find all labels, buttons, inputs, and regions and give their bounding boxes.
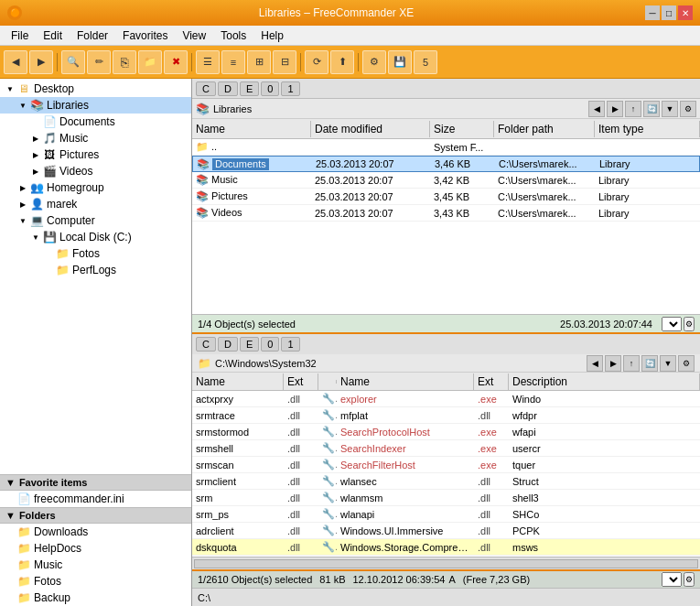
tree-item-computer[interactable]: ▼ 💻 Computer	[0, 212, 191, 229]
menu-view[interactable]: View	[175, 27, 213, 44]
search-button[interactable]: 🔍	[61, 50, 85, 74]
col-size[interactable]: Size	[430, 121, 494, 137]
tree-item-desktop[interactable]: ▼ 🖥 Desktop	[0, 81, 191, 97]
upper-status-button[interactable]: ⚙	[684, 317, 695, 331]
back-button[interactable]: ◀	[4, 50, 27, 74]
upper-panel-icon-1[interactable]: ◀	[588, 101, 605, 117]
lower-row-3[interactable]: srmshell .dll 🔧 SearchIndexer .exe userc…	[192, 440, 700, 457]
col-item-type[interactable]: Item type	[595, 121, 700, 137]
settings-button[interactable]: ⚙	[362, 50, 386, 74]
lower-drive-1[interactable]: 1	[281, 337, 299, 352]
lower-col-ext[interactable]: Ext	[284, 373, 318, 390]
menu-tools[interactable]: Tools	[213, 27, 253, 44]
lower-col-desc[interactable]: Description	[509, 373, 700, 390]
lower-panel-icon-6[interactable]: ⚙	[678, 355, 695, 372]
folder-item-fotos[interactable]: 📁 Fotos	[0, 573, 191, 590]
tree-arrow-computer[interactable]: ▼	[16, 214, 29, 227]
lower-panel-icon-5[interactable]: ▼	[660, 355, 676, 372]
menu-help[interactable]: Help	[253, 27, 291, 44]
file-row-documents[interactable]: 📚 Documents 25.03.2013 20:07 3,46 KB C:\…	[192, 156, 700, 172]
lower-panel-icon-3[interactable]: ↑	[623, 355, 640, 372]
lower-hscrollbar[interactable]	[192, 557, 700, 569]
maximize-button[interactable]: □	[662, 5, 676, 20]
copy-button[interactable]: ⎘	[113, 50, 136, 74]
tree-arrow-libraries[interactable]: ▼	[16, 99, 29, 112]
folder-item-backup[interactable]: 📁 Backup	[0, 590, 191, 606]
tree-item-marek[interactable]: ▶ 👤 marek	[0, 196, 191, 212]
lower-col-name2[interactable]: Name	[337, 373, 474, 390]
lower-drive-e[interactable]: E	[240, 337, 259, 352]
view1-button[interactable]: ☰	[196, 50, 220, 74]
col-folder-path[interactable]: Folder path	[494, 121, 595, 137]
menu-folder[interactable]: Folder	[70, 27, 115, 44]
lower-panel-icon-4[interactable]: 🔄	[641, 355, 658, 372]
lower-col-name[interactable]: Name	[192, 373, 284, 390]
menu-file[interactable]: File	[4, 27, 36, 44]
upper-drive-d[interactable]: D	[218, 81, 238, 96]
save-button[interactable]: 💾	[388, 50, 412, 74]
tree-item-fotos[interactable]: 📁 Fotos	[0, 245, 191, 262]
tree-arrow-desktop[interactable]: ▼	[4, 82, 16, 95]
tree-item-videos[interactable]: ▶ 🎬 Videos	[0, 163, 191, 179]
lower-row-6[interactable]: srm .dll 🔧 wlanmsm .dll shell3	[192, 490, 700, 506]
lower-status-button[interactable]: ⚙	[684, 572, 695, 587]
view3-button[interactable]: ⊞	[247, 50, 271, 74]
menu-favorites[interactable]: Favorites	[115, 27, 175, 44]
tree-item-libraries[interactable]: ▼ 📚 Libraries	[0, 97, 191, 114]
close-button[interactable]: ✕	[678, 5, 693, 20]
lower-row-9[interactable]: dskquota .dll 🔧 Windows.Storage.Compress…	[192, 539, 700, 556]
file-row-dotdot[interactable]: 📁 .. System F...	[192, 139, 700, 156]
upper-file-list[interactable]: 📁 .. System F... 📚 Documents 25.03.2013 …	[192, 139, 700, 314]
folder-button[interactable]: 📁	[138, 50, 162, 74]
tree-item-homegroup[interactable]: ▶ 👥 Homegroup	[0, 179, 191, 196]
up-button[interactable]: ⬆	[330, 50, 354, 74]
upper-panel-icon-4[interactable]: 🔄	[643, 101, 660, 117]
edit-button[interactable]: ✏	[87, 50, 111, 74]
minimize-button[interactable]: ─	[645, 5, 660, 20]
lower-col-ext2[interactable]: Ext	[474, 373, 509, 390]
upper-drive-1[interactable]: 1	[281, 81, 299, 96]
tree-arrow-videos[interactable]: ▶	[29, 165, 42, 178]
file-row-videos[interactable]: 📚 Videos 25.03.2013 20:07 3,43 KB C:\Use…	[192, 205, 700, 222]
lower-drive-c[interactable]: C	[196, 337, 216, 352]
tree-arrow-homegroup[interactable]: ▶	[16, 181, 29, 194]
col-name[interactable]: Name	[192, 121, 311, 137]
lower-row-0[interactable]: actxprxy .dll 🔧 explorer .exe Windo	[192, 391, 700, 407]
upper-panel-icon-5[interactable]: ▼	[662, 101, 678, 117]
tree-item-pictures[interactable]: ▶ 🖼 Pictures	[0, 146, 191, 163]
tree-arrow-music[interactable]: ▶	[29, 132, 42, 145]
delete-button[interactable]: ✖	[164, 50, 188, 74]
lower-status-dropdown[interactable]	[662, 572, 682, 587]
upper-drive-e[interactable]: E	[240, 81, 259, 96]
refresh-button[interactable]: ⟳	[305, 50, 328, 74]
upper-panel-icon-2[interactable]: ▶	[607, 101, 623, 117]
tree-arrow-pictures[interactable]: ▶	[29, 148, 42, 161]
lower-row-1[interactable]: srmtrace .dll 🔧 mfplat .dll wfdpr	[192, 407, 700, 424]
folder-item-downloads[interactable]: 📁 Downloads	[0, 524, 191, 540]
menu-edit[interactable]: Edit	[36, 27, 70, 44]
view4-button[interactable]: ⊟	[273, 50, 296, 74]
tree-arrow-localdisk[interactable]: ▼	[29, 231, 42, 243]
folder-item-helpdocs[interactable]: 📁 HelpDocs	[0, 540, 191, 557]
upper-panel-icon-3[interactable]: ↑	[625, 101, 641, 117]
tree-item-localdisk[interactable]: ▼ 💾 Local Disk (C:)	[0, 229, 191, 245]
lower-panel-icon-2[interactable]: ▶	[605, 355, 621, 372]
view2-button[interactable]: ≡	[221, 50, 245, 74]
tree-arrow-marek[interactable]: ▶	[16, 198, 29, 211]
upper-drive-c[interactable]: C	[196, 81, 216, 96]
num-button[interactable]: 5	[414, 50, 437, 74]
folder-item-music[interactable]: 📁 Music	[0, 557, 191, 573]
upper-drive-0[interactable]: 0	[261, 81, 279, 96]
tree-item-documents[interactable]: 📄 Documents	[0, 114, 191, 130]
lower-row-5[interactable]: srmclient .dll 🔧 wlansec .dll Struct	[192, 473, 700, 490]
upper-panel-icon-6[interactable]: ⚙	[680, 101, 696, 117]
forward-button[interactable]: ▶	[29, 50, 53, 74]
col-date-modified[interactable]: Date modified	[311, 121, 430, 137]
lower-panel-icon-1[interactable]: ◀	[587, 355, 603, 372]
fav-item-freecommander[interactable]: 📄 freecommander.ini	[0, 491, 191, 507]
file-row-pictures[interactable]: 📚 Pictures 25.03.2013 20:07 3,45 KB C:\U…	[192, 189, 700, 205]
lower-row-4[interactable]: srmscan .dll 🔧 SearchFilterHost .exe tqu…	[192, 457, 700, 473]
upper-status-dropdown[interactable]	[662, 317, 682, 331]
lower-file-list[interactable]: actxprxy .dll 🔧 explorer .exe Windo srmt…	[192, 391, 700, 557]
tree-item-perflogs[interactable]: 📁 PerfLogs	[0, 262, 191, 278]
